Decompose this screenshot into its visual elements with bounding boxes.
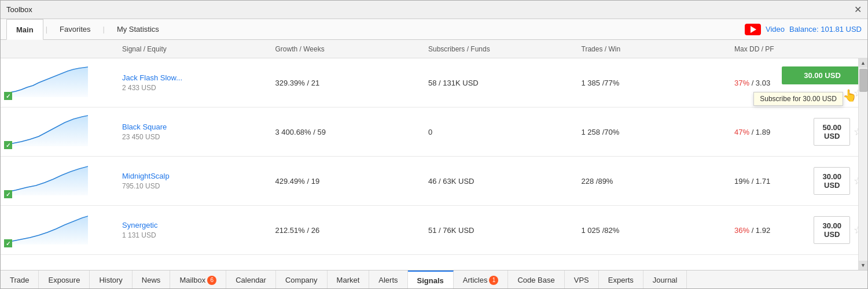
- tab-articles[interactable]: Articles1: [454, 271, 509, 290]
- tab-journal[interactable]: Journal: [643, 271, 687, 290]
- tab-history[interactable]: History: [90, 271, 132, 290]
- chart-cell: [1, 108, 116, 156]
- name-cell: Jack Flash Slow... 2 433 USD: [116, 73, 270, 92]
- price-button[interactable]: 50.00 USD: [814, 118, 850, 146]
- max-dd-value: 47%: [734, 128, 749, 136]
- tab-my-statistics[interactable]: My Statistics: [107, 19, 169, 40]
- chart-wrapper: [4, 114, 97, 149]
- signal-name-link[interactable]: Black Square: [122, 123, 167, 131]
- tab-exposure[interactable]: Exposure: [39, 271, 90, 290]
- col-trades-win: Trades / Win: [576, 45, 729, 53]
- scroll-track: [859, 68, 867, 261]
- tabbar-right: Video Balance: 101.81 USD: [745, 24, 862, 35]
- subscribe-button[interactable]: 30.00 USD: [782, 66, 863, 84]
- titlebar: Toolbox ✕: [1, 1, 867, 19]
- signal-name-link[interactable]: MidnightScalp: [122, 172, 170, 180]
- tab-divider: |: [46, 25, 47, 34]
- tab-signals[interactable]: Signals: [408, 271, 454, 290]
- tab-market[interactable]: Market: [328, 271, 370, 290]
- articles-badge: 1: [489, 276, 498, 285]
- chart-checkbox[interactable]: [4, 190, 12, 198]
- price-button[interactable]: 30.00 USD: [814, 216, 850, 244]
- chart-cell: [1, 206, 116, 254]
- scroll-down-arrow[interactable]: ▼: [859, 261, 868, 270]
- name-cell: Black Square 23 450 USD: [116, 123, 270, 141]
- subscribe-tooltip: Subscribe for 30.00 USD: [753, 92, 843, 106]
- col-growth-weeks: Growth / Weeks: [270, 45, 423, 53]
- table-row: Synergetic 1 131 USD 212.51% / 26 51 / 7…: [1, 206, 867, 255]
- tab-news[interactable]: News: [133, 271, 171, 290]
- mailbox-badge: 6: [207, 276, 216, 285]
- signals-list: Jack Flash Slow... 2 433 USD 329.39% / 2…: [1, 58, 867, 270]
- signal-equity: 1 131 USD: [122, 231, 264, 239]
- table-row: MidnightScalp 795.10 USD 429.49% / 19 46…: [1, 157, 867, 206]
- col-max-dd-pf: Max DD / PF: [729, 45, 844, 53]
- trades-win: 1 025 /82%: [576, 226, 729, 235]
- signal-equity: 795.10 USD: [122, 182, 264, 190]
- mini-chart: [4, 65, 88, 97]
- table-row: Black Square 23 450 USD 3 400.68% / 59 0…: [1, 108, 867, 157]
- tab-mailbox[interactable]: Mailbox6: [170, 271, 226, 290]
- chart-checkbox[interactable]: [4, 141, 12, 149]
- col-subscribers-funds: Subscribers / Funds: [422, 45, 576, 53]
- main-tabbar: Main | Favorites | My Statistics Video B…: [1, 19, 867, 40]
- tab-vps[interactable]: VPS: [565, 271, 599, 290]
- tab-company[interactable]: Company: [276, 271, 328, 290]
- youtube-icon: [745, 24, 761, 35]
- tab-experts[interactable]: Experts: [599, 271, 643, 290]
- subscribers-funds: 58 / 131K USD: [422, 79, 576, 87]
- subscribers-funds: 51 / 76K USD: [422, 226, 576, 235]
- column-headers: Signal / Equity Growth / Weeks Subscribe…: [1, 40, 867, 58]
- chart-wrapper: [4, 164, 97, 198]
- signal-name-link[interactable]: Synergetic: [122, 221, 157, 229]
- signal-name-link[interactable]: Jack Flash Slow...: [122, 73, 182, 82]
- trades-win: 1 258 /70%: [576, 128, 729, 136]
- tab-trade[interactable]: Trade: [1, 271, 39, 290]
- tab-alerts[interactable]: Alerts: [369, 271, 407, 290]
- growth-weeks: 3 400.68% / 59: [270, 128, 423, 136]
- chart-wrapper: [4, 65, 97, 100]
- mini-chart: [4, 164, 88, 195]
- content-area: Jack Flash Slow... 2 433 USD 329.39% / 2…: [1, 58, 867, 270]
- balance-link[interactable]: Balance: 101.81 USD: [789, 25, 862, 34]
- max-dd-value: 37%: [734, 79, 749, 87]
- tab-main[interactable]: Main: [6, 19, 43, 40]
- bottom-tabbar: Trade Exposure History News Mailbox6 Cal…: [1, 270, 867, 289]
- name-cell: Synergetic 1 131 USD: [116, 221, 270, 239]
- tab-calendar[interactable]: Calendar: [226, 271, 276, 290]
- col-signal-equity: Signal / Equity: [116, 45, 270, 53]
- signal-equity: 2 433 USD: [122, 84, 264, 92]
- chart-checkbox[interactable]: [4, 92, 12, 100]
- growth-weeks: 429.49% / 19: [270, 177, 423, 186]
- chart-cell: [1, 58, 116, 107]
- scroll-up-arrow[interactable]: ▲: [859, 58, 868, 68]
- mini-chart: [4, 213, 88, 244]
- max-dd-value: 36%: [734, 226, 749, 235]
- growth-weeks: 329.39% / 21: [270, 79, 423, 87]
- chart-cell: [1, 157, 116, 205]
- trades-win: 1 385 /77%: [576, 79, 729, 87]
- scrollbar[interactable]: ▲ ▼: [858, 58, 867, 270]
- table-row: Jack Flash Slow... 2 433 USD 329.39% / 2…: [1, 58, 867, 108]
- growth-weeks: 212.51% / 26: [270, 226, 423, 235]
- trades-win: 228 /89%: [576, 177, 729, 186]
- subscribers-funds: 0: [422, 128, 576, 136]
- signal-equity: 23 450 USD: [122, 133, 264, 141]
- subscribers-funds: 46 / 63K USD: [422, 177, 576, 186]
- tab-divider2: |: [102, 25, 104, 34]
- mini-chart: [4, 114, 88, 146]
- name-cell: MidnightScalp 795.10 USD: [116, 172, 270, 190]
- titlebar-title: Toolbox: [6, 5, 32, 14]
- video-link[interactable]: Video: [766, 25, 785, 34]
- price-button[interactable]: 30.00 USD: [814, 167, 850, 195]
- main-tabs: Main | Favorites | My Statistics: [6, 19, 169, 40]
- tab-favorites[interactable]: Favorites: [50, 19, 100, 40]
- chart-checkbox[interactable]: [4, 239, 12, 247]
- close-button[interactable]: ✕: [854, 5, 862, 14]
- tab-code-base[interactable]: Code Base: [508, 271, 564, 290]
- chart-wrapper: [4, 213, 97, 247]
- scroll-thumb[interactable]: [859, 69, 867, 92]
